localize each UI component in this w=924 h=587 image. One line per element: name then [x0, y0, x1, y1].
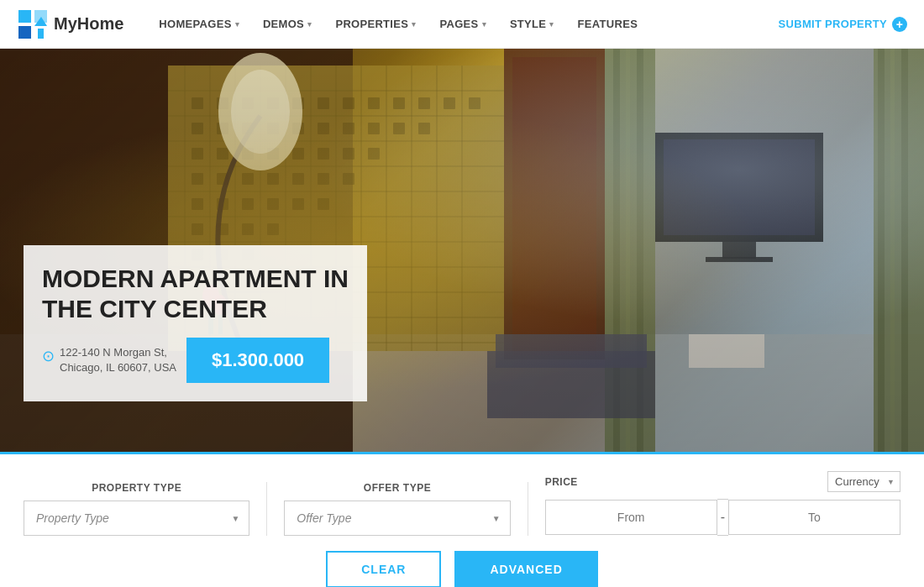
- nav-item-pages[interactable]: PAGES ▾: [430, 11, 496, 37]
- offer-type-group: OFFER TYPE Offer Type For Sale For Rent: [267, 482, 528, 536]
- property-type-label: PROPERTY TYPE: [24, 482, 249, 494]
- hero-content-box: MODERN APARTMENT IN THE CITY CENTER ⊙ 12…: [24, 245, 367, 401]
- navbar: MyHome HOMEPAGES ▾ DEMOS ▾ PROPERTIES ▾ …: [0, 0, 924, 49]
- search-actions: CLEAR ADVANCED: [24, 536, 900, 587]
- chevron-down-icon: ▾: [235, 20, 239, 29]
- property-type-select-wrapper: Property Type Apartment House Villa Offi…: [24, 501, 249, 536]
- nav-item-style[interactable]: STYLE ▾: [500, 11, 564, 37]
- currency-select[interactable]: Currency USD EUR GBP: [827, 471, 900, 492]
- price-from-input[interactable]: [545, 500, 717, 535]
- location-pin-icon: ⊙: [42, 346, 55, 367]
- hero-meta: ⊙ 122-140 N Morgan St, Chicago, IL 60607…: [42, 338, 349, 383]
- clear-button[interactable]: CLEAR: [326, 551, 441, 587]
- price-label: PRICE: [545, 476, 578, 488]
- property-type-group: PROPERTY TYPE Property Type Apartment Ho…: [24, 482, 267, 536]
- chevron-down-icon: ▾: [482, 20, 486, 29]
- svg-rect-2: [18, 26, 31, 39]
- price-group: PRICE Currency USD EUR GBP -: [528, 471, 900, 536]
- logo-icon: [17, 8, 49, 40]
- price-dash: -: [717, 499, 728, 536]
- offer-type-select-wrapper: Offer Type For Sale For Rent: [284, 501, 510, 536]
- offer-type-select[interactable]: Offer Type For Sale For Rent: [284, 501, 510, 536]
- search-bar: PROPERTY TYPE Property Type Apartment Ho…: [0, 452, 924, 587]
- price-to-input[interactable]: [728, 500, 900, 535]
- hero-title: MODERN APARTMENT IN THE CITY CENTER: [42, 264, 349, 324]
- logo-text: MyHome: [54, 14, 123, 34]
- nav-item-homepages[interactable]: HOMEPAGES ▾: [149, 11, 249, 37]
- hero-section: MODERN APARTMENT IN THE CITY CENTER ⊙ 12…: [0, 49, 924, 452]
- nav-item-demos[interactable]: DEMOS ▾: [253, 11, 322, 37]
- nav-item-features[interactable]: FEATURES: [568, 11, 648, 37]
- advanced-button[interactable]: ADVANCED: [454, 551, 597, 587]
- nav-links: HOMEPAGES ▾ DEMOS ▾ PROPERTIES ▾ PAGES ▾…: [149, 11, 778, 37]
- nav-item-properties[interactable]: PROPERTIES ▾: [325, 11, 426, 37]
- chevron-down-icon: ▾: [412, 20, 416, 29]
- price-inputs: -: [545, 499, 900, 536]
- submit-property-button[interactable]: SUBMIT PROPERTY +: [779, 17, 907, 32]
- search-fields: PROPERTY TYPE Property Type Apartment Ho…: [24, 471, 900, 536]
- offer-type-label: OFFER TYPE: [284, 482, 510, 494]
- chevron-down-icon: ▾: [307, 20, 312, 29]
- svg-rect-0: [18, 10, 31, 23]
- hero-price: $1.300.000: [186, 338, 329, 383]
- property-type-select[interactable]: Property Type Apartment House Villa Offi…: [24, 501, 249, 536]
- chevron-down-icon: ▾: [549, 20, 554, 29]
- price-top: PRICE Currency USD EUR GBP: [545, 471, 900, 492]
- svg-rect-4: [38, 29, 44, 39]
- hero-address: ⊙ 122-140 N Morgan St, Chicago, IL 60607…: [42, 345, 176, 375]
- plus-icon: +: [892, 17, 907, 32]
- currency-select-wrapper: Currency USD EUR GBP: [827, 471, 900, 492]
- logo[interactable]: MyHome: [17, 8, 123, 40]
